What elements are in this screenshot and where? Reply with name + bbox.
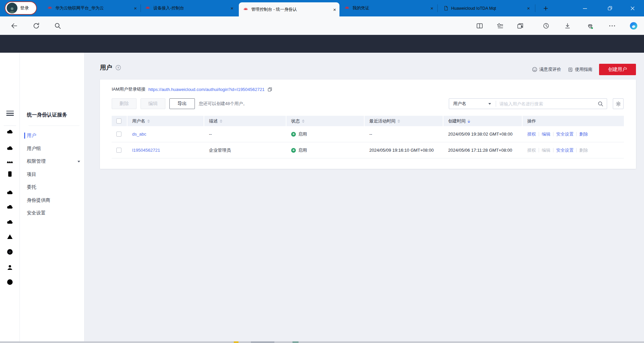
user-name-link[interactable]: I19504562721	[132, 148, 160, 153]
tab-device-access[interactable]: 设备接入-控制台 ×	[141, 0, 237, 16]
sidebar-item-label: 用户	[27, 133, 36, 139]
search-icon[interactable]	[54, 22, 61, 30]
tab-close-icon[interactable]: ×	[527, 6, 530, 11]
device-icon[interactable]	[6, 170, 14, 178]
sort-icon[interactable]	[302, 119, 305, 123]
sidebar-item-permissions[interactable]: 权限管理	[20, 155, 84, 168]
select-all-checkbox[interactable]	[116, 118, 121, 124]
huawei-favicon	[243, 7, 249, 12]
row-checkbox[interactable]	[116, 148, 121, 153]
table-settings-button[interactable]	[613, 98, 624, 109]
security-settings-action[interactable]: 安全设置	[556, 131, 574, 137]
authorize-action[interactable]: 授权	[527, 147, 536, 153]
security-settings-action[interactable]: 安全设置	[556, 147, 574, 153]
iam-sidebar: 统一身份认证服务 用户 用户组 权限管理 项目 委托 身份提供商 安全设置	[20, 53, 85, 343]
downloads-icon[interactable]	[564, 22, 571, 29]
search-icon[interactable]	[598, 101, 603, 107]
delete-action[interactable]: 删除	[579, 131, 588, 137]
cloud-sync-icon[interactable]	[6, 218, 14, 226]
more-options-icon[interactable]	[609, 24, 615, 28]
col-description[interactable]: 描述	[209, 118, 218, 124]
create-user-button[interactable]: 创建用户	[599, 64, 636, 75]
avatar	[7, 3, 17, 13]
tab-close-icon[interactable]: ×	[430, 6, 433, 11]
users-icon[interactable]	[6, 263, 14, 271]
service-icon-rail: IP	[0, 53, 20, 343]
sidebar-item-agencies[interactable]: 委托	[20, 181, 84, 194]
delete-button[interactable]: 删除	[112, 98, 137, 109]
user-search-input[interactable]	[496, 101, 596, 106]
sidebar-item-users[interactable]: 用户	[20, 129, 84, 142]
row-checkbox[interactable]	[116, 132, 121, 137]
status-label: 启用	[298, 147, 307, 153]
iam-login-link[interactable]: https://auth.huaweicloud.com/authui/logi…	[148, 87, 265, 92]
last-activity-time: 2024/05/09 19:16:10 GMT+08:00	[369, 148, 434, 153]
cloud-icon[interactable]	[6, 189, 14, 196]
window-minimize-button[interactable]	[577, 0, 593, 16]
cloud-upload-icon[interactable]	[6, 203, 14, 211]
favorites-bar-icon[interactable]	[497, 22, 503, 29]
help-circle-icon[interactable]: ?	[115, 65, 121, 70]
chevron-down-icon	[77, 161, 80, 162]
tab-iotda-mqtt[interactable]: Huaweicloud IoTDA Mqt ×	[439, 0, 533, 16]
screen: 登录 华为云物联网平台_华为云 × 设备接入-控制台 × 管理控制台 - 统一身…	[0, 0, 644, 343]
user-name-link[interactable]: ds_abc	[132, 132, 146, 137]
waves-icon[interactable]	[6, 158, 14, 165]
delete-action[interactable]: 删除	[579, 147, 588, 153]
split-screen-icon[interactable]	[476, 22, 483, 29]
sort-icon[interactable]	[468, 119, 470, 123]
browser-essentials-icon[interactable]	[587, 22, 594, 30]
guide-link[interactable]: 使用指南	[568, 66, 592, 72]
sidebar-item-user-groups[interactable]: 用户组	[20, 142, 84, 155]
edit-action[interactable]: 编辑	[542, 131, 550, 137]
browser-profile-button[interactable]: 登录	[5, 1, 37, 15]
filter-select[interactable]: 用户名	[449, 99, 496, 109]
collections-icon[interactable]	[517, 22, 524, 29]
sidebar-item-label: 委托	[27, 184, 36, 190]
sidebar-item-identity-providers[interactable]: 身份提供商	[20, 194, 84, 207]
gear-icon	[615, 101, 621, 107]
users-table: 用户名 描述 状态 最近活动时间 创建时间 操作 ds_abc -- 启	[112, 116, 624, 158]
sidebar-item-label: 项目	[27, 172, 36, 178]
window-close-button[interactable]	[625, 0, 640, 16]
sort-icon[interactable]	[147, 119, 150, 123]
window-restore-button[interactable]	[602, 0, 618, 16]
tab-close-icon[interactable]: ×	[230, 6, 233, 11]
cloud-server-icon[interactable]	[6, 144, 14, 152]
ip-address-icon[interactable]: IP	[6, 248, 14, 256]
refresh-icon[interactable]	[33, 22, 40, 30]
tab-console-iam[interactable]: 管理控制台 - 统一身份认 ×	[239, 2, 339, 16]
sort-icon[interactable]	[397, 119, 400, 123]
sidebar-item-security-settings[interactable]: 安全设置	[20, 207, 84, 220]
tab-credentials[interactable]: 我的凭证 ×	[340, 0, 437, 16]
hamburger-menu-icon[interactable]	[6, 111, 14, 116]
tab-divider	[535, 4, 535, 12]
history-icon[interactable]	[543, 22, 549, 29]
copilot-icon[interactable]	[629, 21, 638, 30]
edit-button[interactable]: 编辑	[141, 98, 165, 109]
authorize-action[interactable]: 授权	[527, 131, 536, 137]
back-icon[interactable]	[10, 22, 18, 30]
new-tab-button[interactable]	[538, 0, 553, 16]
sort-icon[interactable]	[220, 119, 222, 123]
separator	[553, 132, 553, 136]
col-created[interactable]: 创建时间	[448, 118, 466, 124]
col-username[interactable]: 用户名	[132, 118, 145, 124]
taskbar-icon-blob	[234, 341, 238, 343]
cloud-console-icon[interactable]	[6, 128, 14, 136]
restore-icon	[607, 6, 612, 11]
sidebar-item-label: 身份提供商	[27, 197, 50, 203]
table-toolbar: 删除 编辑 导出 您还可以创建48个用户。	[112, 98, 247, 109]
col-status[interactable]: 状态	[291, 118, 300, 124]
tab-close-icon[interactable]: ×	[134, 6, 137, 11]
copy-icon[interactable]	[267, 87, 272, 92]
paper-plane-icon[interactable]	[6, 233, 14, 241]
tab-iot-platform[interactable]: 华为云物联网平台_华为云 ×	[43, 0, 140, 16]
export-button[interactable]: 导出	[169, 98, 195, 109]
tab-close-icon[interactable]: ×	[333, 7, 336, 12]
globe-network-icon[interactable]	[6, 278, 14, 286]
edit-action[interactable]: 编辑	[542, 147, 550, 153]
col-last-activity[interactable]: 最近活动时间	[369, 118, 395, 124]
sidebar-item-projects[interactable]: 项目	[20, 168, 84, 181]
feedback-link[interactable]: 满意度评价	[532, 66, 561, 72]
